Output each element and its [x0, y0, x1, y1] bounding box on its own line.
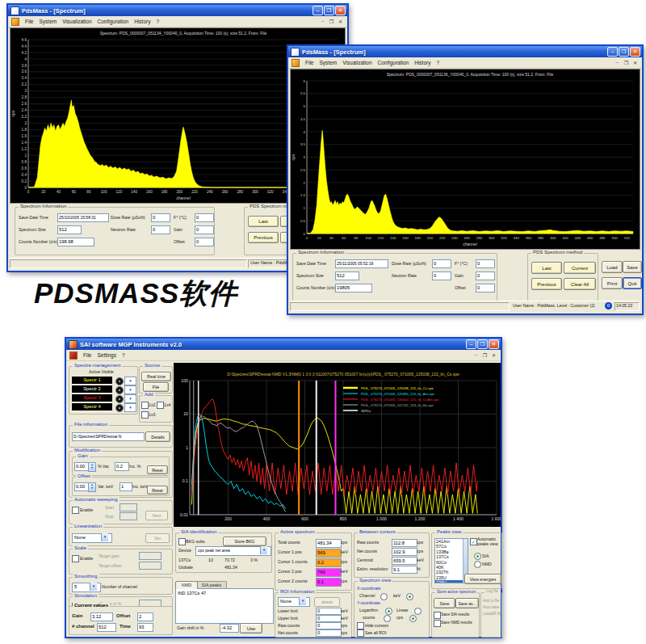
neutron-rate-field[interactable]: 0 — [432, 271, 451, 280]
menu-file[interactable]: File — [83, 352, 91, 358]
temperature-field[interactable]: 0 — [195, 213, 214, 222]
mdi-restore-icon[interactable]: ❐ — [481, 352, 489, 358]
use-button[interactable]: Use — [240, 623, 262, 633]
spectrum-1-visible-select[interactable]: ▾ — [124, 377, 136, 385]
peaks-listbox[interactable]: 241Am57Co133Ba137Cs60Co40K232Th235U238U — [434, 538, 468, 583]
save-spectrum-button[interactable]: Save — [434, 598, 455, 608]
mdi-close-icon[interactable]: ✕ — [490, 352, 497, 358]
menu-configuration[interactable]: Configuration — [98, 19, 129, 24]
save-date-field[interactable]: 25/11/2005 05:52:16 — [335, 259, 388, 268]
add-1x2-checkbox[interactable] — [141, 402, 149, 409]
kev-radio[interactable] — [406, 593, 413, 600]
dose-rate-field[interactable]: 0 — [151, 213, 170, 222]
save-date-field[interactable]: 25/10/2005 15:58:31 — [57, 213, 109, 222]
list-item[interactable]: Add to file — [483, 598, 501, 604]
maximize-button[interactable]: ❐ — [324, 6, 334, 15]
menu-help[interactable]: ? — [122, 352, 125, 358]
list-item[interactable]: 238U — [435, 580, 468, 583]
tab-nmd[interactable]: NMD — [175, 581, 198, 589]
counts-number-field[interactable]: 198.98 — [57, 238, 94, 246]
sia-radio[interactable] — [474, 553, 481, 560]
bkg-subs-checkbox[interactable] — [178, 538, 186, 545]
menu-visualization[interactable]: Visualization — [62, 19, 91, 24]
menu-file[interactable]: File — [25, 19, 33, 24]
menu-history[interactable]: History — [134, 19, 150, 24]
spectrum-size-field[interactable]: 512 — [335, 271, 359, 280]
list-item[interactable]: Load&R files — [483, 611, 501, 617]
load-button[interactable]: Load — [602, 261, 623, 273]
menu-file[interactable]: File — [305, 60, 313, 65]
sweeping-enable-checkbox[interactable] — [72, 507, 79, 514]
quit-button[interactable]: Quit — [623, 277, 642, 289]
add-1x4-checkbox[interactable] — [157, 402, 164, 409]
counts-radio[interactable] — [384, 615, 391, 622]
real-time-button[interactable]: Real time — [141, 372, 171, 381]
close-button[interactable]: ✕ — [335, 6, 346, 15]
counts-number-field[interactable]: 19805 — [335, 284, 372, 293]
clear-all-button[interactable]: Clear All — [564, 278, 596, 290]
spin-down-icon[interactable]: ▾ — [91, 486, 93, 490]
channel-radio[interactable] — [380, 593, 388, 600]
minimize-button[interactable]: – — [466, 339, 476, 349]
spectrum-2-visible-select[interactable]: ▾ — [124, 385, 136, 394]
see-all-roi-checkbox[interactable] — [357, 629, 364, 637]
last-button[interactable]: Last — [531, 262, 562, 274]
details-button[interactable]: Details — [145, 431, 170, 442]
maximize-button[interactable]: ❐ — [477, 339, 488, 349]
title-bar-3[interactable]: SAI software MGP Instruments v2.0 – ❐ ✕ — [66, 339, 501, 350]
offset-inc-field[interactable]: 1 — [120, 482, 132, 491]
spectrum-4-row[interactable]: Spectr 4 — [72, 403, 112, 410]
view-energies-button[interactable]: View energies — [464, 574, 501, 584]
spectrum-4-visible-select[interactable]: ▾ — [124, 403, 136, 412]
print-button[interactable]: Print — [602, 277, 623, 289]
menu-system[interactable]: System — [319, 60, 337, 65]
mdi-close-icon[interactable]: ✕ — [631, 60, 639, 65]
gain-inc-field[interactable]: 0.2 — [115, 462, 129, 471]
title-bar-1[interactable]: PdsMass - [Spectrum] – ❐ ✕ — [8, 5, 347, 16]
dropdown-icon[interactable]: ▾ — [299, 597, 306, 605]
mdi-close-icon[interactable]: ✕ — [337, 19, 344, 24]
offset-field[interactable]: 0 — [195, 238, 214, 246]
offset-reset-button[interactable]: Reset — [147, 486, 168, 495]
menu-settings[interactable]: Settings — [97, 352, 116, 358]
gain-field[interactable]: 0 — [195, 225, 214, 234]
current-button[interactable]: Current — [564, 262, 596, 274]
menu-history[interactable]: History — [414, 60, 430, 65]
mdi-minimize-icon[interactable]: – — [472, 352, 480, 358]
neutron-rate-field[interactable]: 0 — [151, 225, 170, 234]
mdi-minimize-icon[interactable]: – — [614, 60, 621, 65]
spectrum-1-active-radio[interactable] — [115, 377, 124, 385]
menu-visualization[interactable]: Visualization — [342, 60, 371, 65]
maximize-button[interactable]: ❐ — [619, 47, 629, 57]
minimize-button[interactable]: – — [607, 47, 618, 57]
cps-radio[interactable] — [409, 615, 417, 622]
spectrum-1-row[interactable]: Spectr 1 — [72, 377, 112, 384]
spectrum-4-active-radio[interactable] — [115, 404, 124, 412]
dose-rate-field[interactable]: 0 — [432, 259, 451, 268]
save-as-button[interactable]: Save as... — [455, 598, 479, 608]
close-button[interactable]: ✕ — [489, 339, 499, 349]
gain-spinner[interactable]: ▴▾ — [88, 462, 96, 472]
store-bkg-button[interactable]: Store BKG — [223, 537, 266, 546]
temperature-field[interactable]: 0 — [476, 259, 495, 268]
title-bar-2[interactable]: PdsMass - [Spectrum] – ❐ ✕ — [288, 46, 642, 57]
list-item[interactable]: Auto save — [483, 604, 501, 611]
logarithm-radio[interactable] — [385, 608, 392, 615]
spin-down-icon[interactable]: ▾ — [91, 465, 93, 469]
spectrum-3-visible-select[interactable]: ▾ — [124, 394, 136, 403]
close-button[interactable]: ✕ — [630, 47, 640, 57]
gain-shift-field[interactable]: -4.32 — [220, 624, 239, 633]
automatic-peaks-checkbox[interactable]: ✓ — [470, 538, 477, 545]
gain-reset-button[interactable]: Reset — [147, 465, 168, 474]
nmd-radio[interactable] — [474, 561, 481, 568]
menu-help[interactable]: ? — [436, 60, 439, 65]
nmd-result-item[interactable]: IND 137Cs 47 — [178, 591, 206, 596]
file-button[interactable]: File — [143, 382, 169, 392]
mdi-restore-icon[interactable]: ❐ — [328, 19, 335, 24]
spectrum-3-row[interactable]: Spectr 3 — [72, 394, 112, 402]
menu-system[interactable]: System — [39, 19, 57, 24]
dropdown-icon[interactable]: ▾ — [90, 583, 97, 591]
file-path-field[interactable]: D:\Spectres\SPRD\essai N — [72, 432, 145, 441]
hide-cursors-checkbox[interactable] — [357, 622, 364, 629]
save-button[interactable]: Save — [623, 261, 642, 273]
